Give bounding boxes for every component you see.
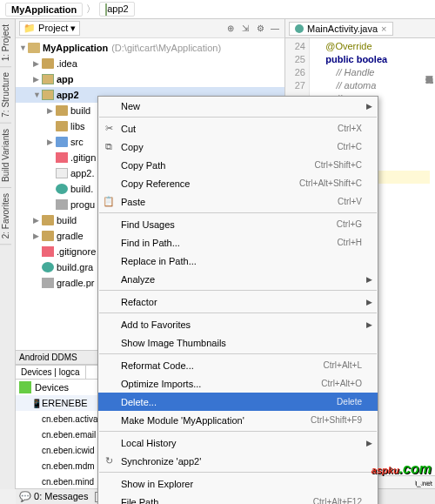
messages-button[interactable]: 💬 0: Messages [19,491,88,502]
menu-item[interactable]: File PathCtrl+Alt+F12 [98,493,378,504]
ddms-tab-devices[interactable]: Devices | logca [16,366,86,379]
chevron-right-icon: ▶ [366,320,372,329]
editor-tab-main[interactable]: MainActivity.java × [289,22,393,36]
chevron-right-icon: ▶ [366,102,372,111]
menu-item[interactable]: Make Module 'MyApplication'Ctrl+Shift+F9 [98,411,378,429]
scroll-to-icon[interactable]: ⊕ [224,23,237,35]
tree-node[interactable]: ▶app [16,71,284,87]
editor-tabs: MainActivity.java × [285,19,435,38]
menu-item[interactable]: Show in Explorer [98,474,378,493]
vtab-build-variants[interactable]: Build Variants [0,124,11,188]
vtab-project[interactable]: 1: Project [0,19,11,67]
menu-item[interactable]: Reformat Code...Ctrl+Alt+L [98,356,378,374]
menu-item[interactable]: Copy PathCtrl+Shift+C [98,156,378,174]
project-view-select[interactable]: 📁 Project ▾ [19,21,80,36]
chevron-right-icon: ▶ [366,439,372,447]
menu-item[interactable]: Show Image Thumbnails [98,333,378,352]
menu-item[interactable]: Optimize Imports...Ctrl+Alt+O [98,374,378,393]
menu-item[interactable]: Delete...Delete [98,393,378,411]
chevron-right-icon: 〉 [86,3,96,16]
menu-item[interactable]: Find UsagesCtrl+G [98,215,378,233]
project-toolbar: 📁 Project ▾ ⊕ ⇲ ⚙ — [16,19,284,38]
menu-item[interactable]: Replace in Path... [98,252,378,270]
menu-icon: ↻ [103,455,115,467]
vtab-favorites[interactable]: 2: Favorites [0,188,11,245]
menu-icon: ⧉ [103,141,115,153]
menu-icon: ✂ [103,123,115,135]
menu-item[interactable]: Refactor▶ [98,292,378,311]
menu-item[interactable]: New▶ [98,97,378,115]
vtab-structure[interactable]: 7: Structure [0,67,11,124]
breadcrumb-root[interactable]: MyApplication [5,3,83,17]
menu-item[interactable]: ⧉CopyCtrl+C [98,138,378,156]
menu-item[interactable]: Add to Favorites▶ [98,315,378,333]
tree-node[interactable]: ▶.idea [16,56,284,71]
tree-root[interactable]: ▼MyApplication(D:\git\cart\MyApplication… [16,40,284,56]
close-icon[interactable]: × [381,24,386,34]
menu-item[interactable]: ↻Synchronize 'app2' [98,452,378,470]
hide-icon[interactable]: — [269,23,281,35]
context-menu[interactable]: New▶✂CutCtrl+X⧉CopyCtrl+CCopy PathCtrl+S… [97,96,378,504]
collapse-icon[interactable]: ⇲ [239,23,251,35]
menu-item[interactable]: ✂CutCtrl+X [98,119,378,138]
menu-item[interactable]: Analyze▶ [98,270,378,288]
android-icon [19,381,31,393]
menu-item[interactable]: Copy ReferenceCtrl+Alt+Shift+C [98,174,378,192]
left-tool-strip: 1: Project 7: Structure Build Variants 2… [0,19,16,489]
chevron-right-icon: ▶ [366,275,372,284]
gear-icon[interactable]: ⚙ [254,23,266,35]
chevron-right-icon: ▶ [366,298,372,306]
watermark: aspku.com l_.net [371,456,432,487]
menu-item[interactable]: 📋PasteCtrl+V [98,192,378,211]
menu-item[interactable]: Find in Path...Ctrl+H [98,233,378,252]
breadcrumb-module[interactable]: app2 [99,2,134,17]
breadcrumb: MyApplication 〉 app2 [0,0,435,19]
menu-item[interactable]: Local History▶ [98,433,378,452]
menu-icon: 📋 [103,196,115,208]
class-icon [295,24,304,33]
